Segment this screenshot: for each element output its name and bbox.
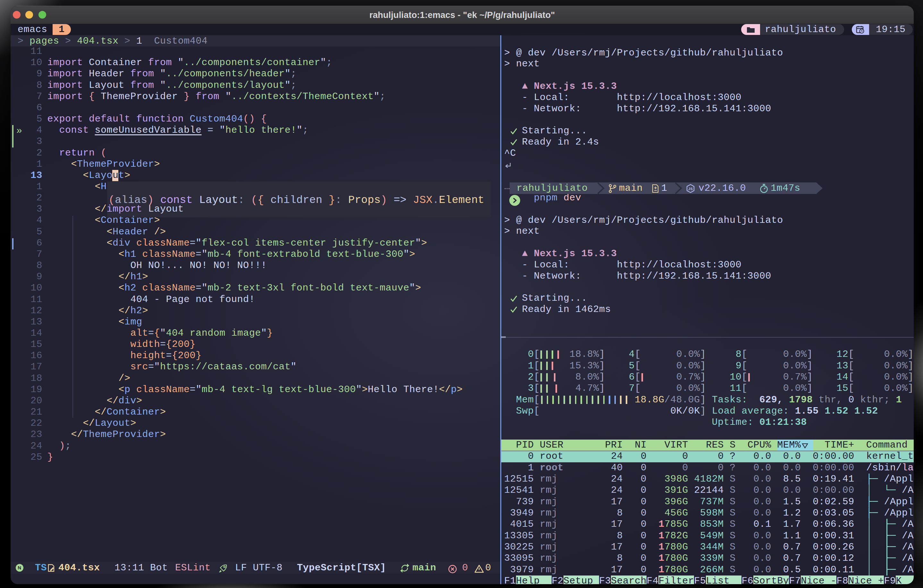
- svg-text:JS: JS: [688, 187, 693, 191]
